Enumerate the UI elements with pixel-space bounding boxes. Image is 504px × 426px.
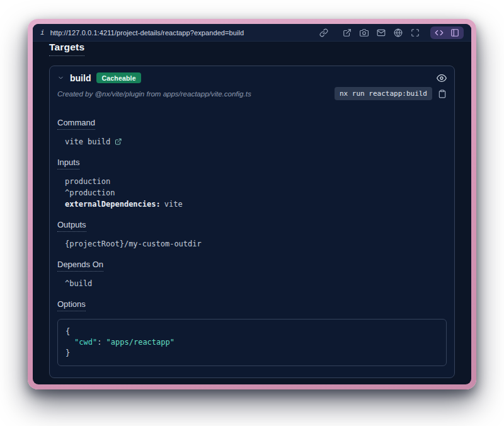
json-key: "cwd" xyxy=(74,338,97,347)
desktop-background: i http://127.0.0.1:4211/project-details/… xyxy=(0,0,504,426)
link-icon[interactable] xyxy=(319,28,328,37)
browser-chrome: i http://127.0.0.1:4211/project-details/… xyxy=(33,24,471,384)
info-icon: i xyxy=(40,28,45,37)
options-code-block: { "cwd": "apps/reactapp" } xyxy=(57,319,447,366)
input-item: ^production xyxy=(65,187,447,199)
cacheable-badge: Cacheable xyxy=(96,72,140,83)
run-command-chip[interactable]: nx run reactapp:build xyxy=(335,87,432,100)
build-target-header[interactable]: build Cacheable xyxy=(50,66,454,85)
code-line: } xyxy=(66,348,438,359)
copy-icon[interactable] xyxy=(438,89,447,98)
code-icon[interactable] xyxy=(435,28,444,37)
external-deps-value: vite xyxy=(164,200,183,209)
app-window: i http://127.0.0.1:4211/project-details/… xyxy=(28,19,476,389)
json-string-value: "apps/reactapp" xyxy=(106,338,175,347)
build-target-subheader: Created by @nx/vite/plugin from apps/rea… xyxy=(50,85,454,108)
json-separator: : xyxy=(97,338,106,347)
external-deps-key: externalDependencies: xyxy=(65,200,161,209)
command-label: Command xyxy=(57,118,95,130)
created-by-text: Created by @nx/vite/plugin from apps/rea… xyxy=(57,90,251,98)
command-value: vite build xyxy=(65,136,110,147)
toolbar-dev-group xyxy=(430,26,464,39)
external-link-icon[interactable] xyxy=(115,138,122,146)
page-content: Targets build Cacheable Create xyxy=(33,42,471,384)
input-item: production xyxy=(65,176,447,187)
depends-on-list: ^build xyxy=(57,278,447,289)
target-name: build xyxy=(70,73,91,83)
outputs-label: Outputs xyxy=(57,220,86,232)
command-row: vite build xyxy=(57,136,447,147)
output-item: {projectRoot}/my-custom-outdir xyxy=(65,238,447,250)
url-input[interactable]: http://127.0.0.1:4211/project-details/re… xyxy=(50,29,244,37)
export-icon[interactable] xyxy=(343,28,352,37)
globe-icon[interactable] xyxy=(394,28,403,37)
toolbar-tools-group xyxy=(343,28,420,37)
mail-icon[interactable] xyxy=(377,28,386,37)
chevron-down-icon xyxy=(57,74,64,81)
options-label: Options xyxy=(57,299,86,311)
code-line: { xyxy=(66,326,438,337)
depends-on-item: ^build xyxy=(65,278,447,289)
inputs-list: production ^production externalDependenc… xyxy=(57,176,447,210)
input-external-deps: externalDependencies:vite xyxy=(65,199,447,210)
target-card-build: build Cacheable Created by @nx/vite/plug… xyxy=(49,66,455,378)
expand-icon[interactable] xyxy=(411,28,420,37)
inputs-label: Inputs xyxy=(57,158,79,170)
layout-icon[interactable] xyxy=(450,28,459,37)
eye-icon[interactable] xyxy=(437,73,447,83)
outputs-list: {projectRoot}/my-custom-outdir xyxy=(57,238,447,250)
build-target-details: Command vite build Inputs production ^pr… xyxy=(50,108,454,377)
toolbar-icon-group xyxy=(319,26,464,39)
url-toolbar: i http://127.0.0.1:4211/project-details/… xyxy=(33,24,471,42)
depends-on-label: Depends On xyxy=(57,260,103,272)
code-line: "cwd": "apps/reactapp" xyxy=(66,337,438,348)
camera-icon[interactable] xyxy=(360,28,369,37)
targets-heading: Targets xyxy=(49,42,84,56)
